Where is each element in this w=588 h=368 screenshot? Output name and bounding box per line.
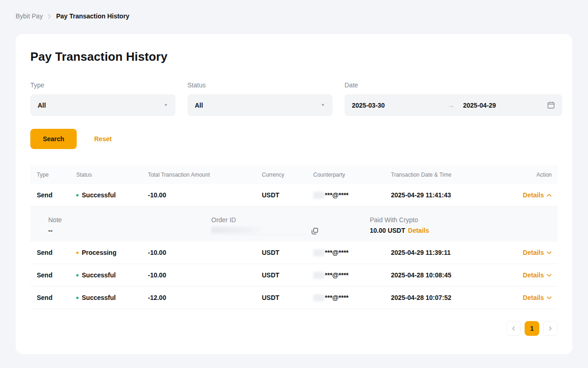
detail-paid-with-crypto: Paid With Crypto 10.00 USDT Details xyxy=(370,216,429,242)
counterparty-text: ***@**** xyxy=(325,271,349,279)
breadcrumb: Bybit Pay Pay Transaction History xyxy=(0,0,588,20)
header-type: Type xyxy=(37,172,76,178)
cell-amount: -10.00 xyxy=(148,191,262,199)
counterparty-text: ***@**** xyxy=(325,191,349,199)
table-row: Send Successful -10.00 USDT ***@**** 202… xyxy=(30,264,558,287)
header-status: Status xyxy=(76,172,148,178)
chevron-up-icon xyxy=(547,194,552,197)
prev-page-button[interactable] xyxy=(506,321,521,336)
cell-type: Send xyxy=(37,271,76,279)
cell-type: Send xyxy=(37,249,76,256)
filter-type: Type All ▼ xyxy=(30,81,175,116)
cell-action: Details xyxy=(523,191,552,199)
cell-currency: USDT xyxy=(262,249,313,256)
table-row: Send Successful -12.00 USDT ***@**** 202… xyxy=(30,287,558,309)
status-dot-icon xyxy=(76,252,79,254)
order-id-label: Order ID xyxy=(211,216,370,224)
cell-status: Successful xyxy=(76,191,148,199)
cell-counterparty: ***@**** xyxy=(313,294,391,301)
redacted-counterparty-prefix xyxy=(313,272,324,279)
reset-button[interactable]: Reset xyxy=(94,135,112,143)
order-id-value-redacted xyxy=(211,227,309,235)
table-body: Send Successful -10.00 USDT ***@**** 202… xyxy=(30,184,558,309)
cell-status: Successful xyxy=(76,294,148,301)
breadcrumb-current: Pay Transaction History xyxy=(56,12,130,20)
pay-transaction-history-card: Pay Transaction History Type All ▼ Statu… xyxy=(16,34,572,354)
status-select[interactable]: All ▼ xyxy=(187,94,333,116)
status-text: Successful xyxy=(82,191,116,199)
status-select-value: All xyxy=(195,102,203,109)
breadcrumb-parent[interactable]: Bybit Pay xyxy=(16,12,43,20)
page-1-button[interactable]: 1 xyxy=(525,321,539,336)
detail-order-id: Order ID xyxy=(211,216,370,242)
counterparty-text: ***@**** xyxy=(325,249,349,256)
header-currency: Currency xyxy=(262,172,313,178)
counterparty-text: ***@**** xyxy=(325,294,349,301)
filter-actions: Search Reset xyxy=(30,129,558,149)
table-header: Type Status Total Transaction Amount Cur… xyxy=(30,166,558,184)
cell-amount: -12.00 xyxy=(148,294,262,301)
date-label: Date xyxy=(345,81,562,89)
date-start-value[interactable]: 2025-03-30 xyxy=(352,102,447,109)
pagination: 1 xyxy=(30,321,558,336)
cell-type: Send xyxy=(37,191,76,199)
chevron-down-icon xyxy=(547,251,552,254)
cell-action: Details xyxy=(523,271,552,279)
cell-counterparty: ***@**** xyxy=(313,271,391,279)
details-link[interactable]: Details xyxy=(523,294,552,301)
header-counterparty: Counterparty xyxy=(313,172,391,178)
cell-currency: USDT xyxy=(262,191,313,199)
note-label: Note xyxy=(48,216,211,224)
arrow-right-icon: → xyxy=(447,101,463,109)
cell-counterparty: ***@**** xyxy=(313,249,391,256)
status-text: Successful xyxy=(82,271,116,279)
paid-details-link[interactable]: Details xyxy=(408,227,429,234)
next-page-button[interactable] xyxy=(543,321,558,336)
cell-currency: USDT xyxy=(262,294,313,301)
status-label: Status xyxy=(187,81,333,89)
filter-status: Status All ▼ xyxy=(187,81,333,116)
type-select[interactable]: All ▼ xyxy=(30,94,175,116)
note-value: -- xyxy=(48,227,211,234)
table-row: Send Processing -10.00 USDT ***@**** 202… xyxy=(30,242,558,264)
calendar-icon xyxy=(547,101,555,109)
status-text: Processing xyxy=(82,249,116,256)
chevron-right-icon xyxy=(47,14,51,19)
date-range-picker[interactable]: 2025-03-30 → 2025-04-29 xyxy=(345,94,562,116)
chevron-down-icon xyxy=(547,274,552,277)
redacted-counterparty-prefix xyxy=(313,294,324,301)
details-link[interactable]: Details xyxy=(523,271,552,279)
search-button[interactable]: Search xyxy=(30,129,77,149)
filters-bar: Type All ▼ Status All ▼ Date 2025-03-30 … xyxy=(30,81,558,116)
cell-type: Send xyxy=(37,294,76,301)
header-action: Action xyxy=(537,172,552,178)
status-dot-icon xyxy=(76,274,79,276)
table-row: Send Successful -10.00 USDT ***@**** 202… xyxy=(30,184,558,207)
cell-counterparty: ***@**** xyxy=(313,191,391,199)
cell-datetime: 2025-04-28 10:07:52 xyxy=(391,294,501,301)
cell-amount: -10.00 xyxy=(148,271,262,279)
date-end-value[interactable]: 2025-04-29 xyxy=(463,102,547,109)
details-link[interactable]: Details xyxy=(523,249,552,256)
status-text: Successful xyxy=(82,294,116,301)
cell-status: Processing xyxy=(76,249,148,256)
cell-datetime: 2025-04-29 11:41:43 xyxy=(391,191,501,199)
type-select-value: All xyxy=(38,102,46,109)
filter-date: Date 2025-03-30 → 2025-04-29 xyxy=(345,81,562,116)
transactions-table: Type Status Total Transaction Amount Cur… xyxy=(30,166,558,309)
redacted-counterparty-prefix xyxy=(313,192,324,199)
cell-currency: USDT xyxy=(262,271,313,279)
redacted-counterparty-prefix xyxy=(313,249,324,256)
details-link[interactable]: Details xyxy=(523,191,552,199)
expanded-detail-panel: Note -- Order ID xyxy=(30,207,558,242)
header-datetime: Transaction Date & Time xyxy=(391,172,501,178)
copy-icon[interactable] xyxy=(311,228,318,235)
type-label: Type xyxy=(30,81,175,89)
chevron-down-icon: ▼ xyxy=(321,103,325,107)
page-title: Pay Transaction History xyxy=(30,50,558,64)
status-dot-icon xyxy=(76,297,79,299)
cell-amount: -10.00 xyxy=(148,249,262,256)
cell-datetime: 2025-04-29 11:39:11 xyxy=(391,249,501,256)
cell-action: Details xyxy=(523,249,552,256)
status-dot-icon xyxy=(76,194,79,196)
